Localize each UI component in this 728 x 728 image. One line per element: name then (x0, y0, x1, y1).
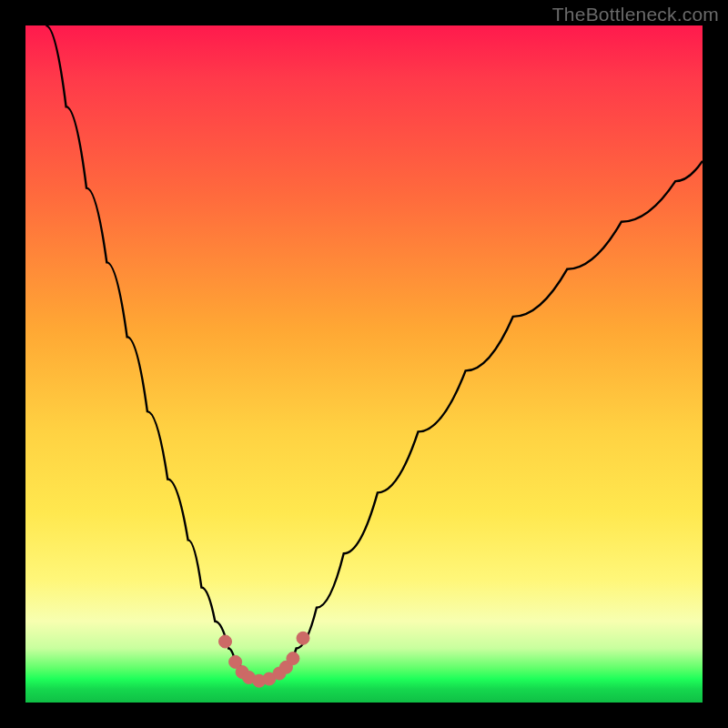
watermark-text: TheBottleneck.com (552, 4, 719, 25)
curve-marker (287, 652, 299, 665)
chart-frame: TheBottleneck.com (0, 0, 728, 728)
curve-markers (219, 632, 310, 687)
curve-marker (297, 632, 309, 644)
curve-layer (25, 25, 703, 703)
bottleneck-curve (46, 25, 703, 681)
plot-area (25, 25, 703, 703)
curve-marker (219, 635, 232, 648)
